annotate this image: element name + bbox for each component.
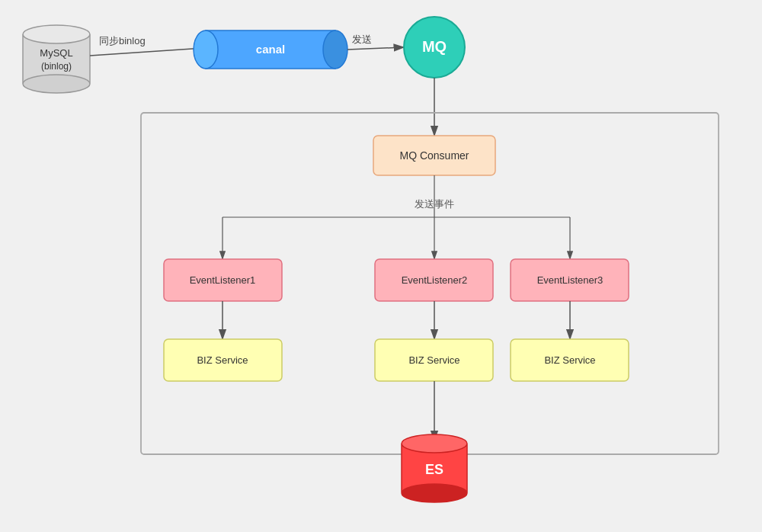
event-listener-2-label: EventListener2 [402,274,468,286]
svg-text:ES: ES [425,462,443,477]
diagram-container: MySQL (binlog) 同步binlog canal 发送 MQ MQ C… [0,0,762,532]
diagram-svg: MySQL (binlog) 同步binlog canal 发送 MQ MQ C… [0,0,762,532]
svg-point-8 [194,30,218,69]
biz-service-3-label: BIZ Service [544,354,595,366]
svg-point-2 [23,25,90,43]
sync-label: 同步binlog [99,35,146,46]
svg-text:(binlog): (binlog) [41,61,72,72]
svg-point-24 [402,434,467,453]
es-shape: ES [402,434,467,502]
biz-service-1-label: BIZ Service [197,354,248,366]
canal-shape: canal [194,30,347,69]
event-listener-3-label: EventListener3 [537,274,604,286]
svg-point-9 [323,30,347,69]
mq-label: MQ [422,38,447,55]
biz-service-2-label: BIZ Service [408,354,459,366]
svg-point-3 [23,75,90,93]
event-listener-1-label: EventListener1 [190,274,256,286]
mq-consumer-label: MQ Consumer [399,149,469,162]
svg-text:canal: canal [256,43,285,56]
send-label: 发送 [352,34,372,45]
svg-point-25 [402,484,467,502]
mysql-shape: MySQL (binlog) [23,25,90,93]
svg-text:MySQL: MySQL [40,47,72,59]
